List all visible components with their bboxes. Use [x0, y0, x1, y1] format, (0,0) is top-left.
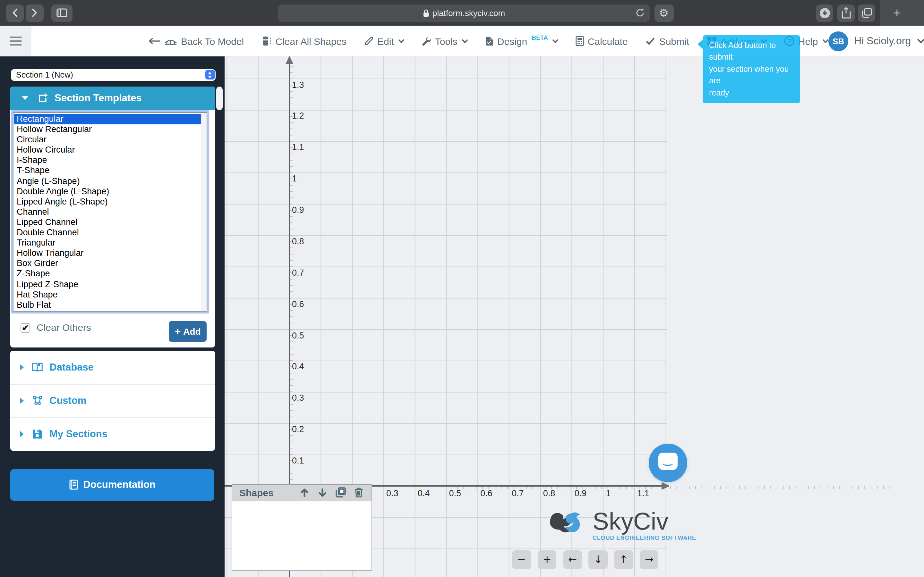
- duplicate-shape-button[interactable]: [335, 488, 346, 498]
- user-menu[interactable]: SB Hi Scioly.org: [829, 26, 923, 56]
- tools-menu[interactable]: Tools: [422, 35, 467, 47]
- sidebar-scrollbar-thumb[interactable]: [216, 87, 222, 110]
- caret-right-icon: [20, 364, 24, 370]
- url-field[interactable]: platform.skyciv.com: [278, 4, 650, 21]
- add-button[interactable]: + Add: [169, 321, 207, 342]
- template-option[interactable]: Bulb Flat: [14, 300, 201, 310]
- submit-button[interactable]: Submit: [646, 35, 689, 47]
- skyciv-watermark: SkyCiv CLOUD ENGINEERING SOFTWARE: [549, 508, 696, 544]
- template-option[interactable]: Lipped Angle (L-Shape): [14, 197, 201, 207]
- y-tick-label: 1.1: [292, 143, 304, 152]
- template-option[interactable]: Channel: [14, 207, 201, 218]
- template-option[interactable]: Circular: [14, 135, 201, 145]
- template-option[interactable]: Double Angle (L-Shape): [14, 186, 201, 197]
- x-tick-label: 0.3: [386, 488, 399, 498]
- pan-left-button[interactable]: ←: [563, 550, 582, 569]
- template-option[interactable]: Triangular: [14, 238, 201, 248]
- edit-menu[interactable]: Edit: [365, 35, 404, 47]
- template-option[interactable]: Z-Shape: [14, 269, 201, 279]
- listbox-scrollbar[interactable]: [202, 113, 207, 311]
- delete-shape-button[interactable]: [354, 488, 363, 498]
- chat-launcher-button[interactable]: [648, 444, 687, 482]
- hamburger-menu-button[interactable]: [0, 26, 31, 56]
- y-tick-label: 0.9: [292, 205, 304, 215]
- template-option[interactable]: Lipped Z-Shape: [14, 279, 201, 290]
- pan-right-button[interactable]: →: [640, 550, 659, 569]
- pan-up-button[interactable]: ↑: [614, 550, 633, 569]
- x-tick-label: 0.9: [575, 488, 587, 498]
- clear-all-shapes-button[interactable]: Clear All Shapes: [262, 35, 347, 47]
- browser-downloads-button[interactable]: [816, 4, 833, 21]
- zoom-out-button[interactable]: −: [512, 550, 531, 569]
- reload-icon[interactable]: [636, 7, 645, 19]
- template-option[interactable]: Hat Shape: [14, 290, 201, 300]
- tools-label: Tools: [435, 35, 457, 47]
- template-option[interactable]: T-Shape: [14, 166, 201, 176]
- chevron-right-icon: [31, 8, 37, 17]
- template-option[interactable]: Angle (L-Shape): [14, 176, 201, 186]
- section-templates-header[interactable]: Section Templates: [10, 87, 215, 110]
- download-icon: [819, 7, 830, 18]
- template-option[interactable]: Double Channel: [14, 227, 201, 238]
- wrench-icon: [422, 36, 431, 46]
- section-templates-label: Section Templates: [55, 93, 142, 104]
- chevron-down-icon: [462, 37, 468, 43]
- section-canvas[interactable]: 1.31.21.110.90.80.70.60.50.40.30.20.1 0.…: [224, 56, 924, 577]
- template-option[interactable]: Hollow Rectangular: [14, 124, 201, 135]
- template-option[interactable]: Box Girder: [14, 259, 201, 269]
- help-label: Help: [798, 35, 818, 47]
- skyciv-logo-icon: [549, 508, 591, 544]
- book-icon: [31, 362, 43, 372]
- y-tick-label: 0.1: [292, 456, 304, 466]
- browser-settings-button[interactable]: ⚙: [654, 4, 674, 21]
- design-menu[interactable]: DesignBETA: [485, 35, 557, 47]
- templates-listbox[interactable]: RectangularHollow RectangularCircularHol…: [11, 110, 209, 314]
- browser-sidebar-toggle[interactable]: [51, 4, 73, 21]
- template-option[interactable]: Rectangular: [14, 114, 201, 124]
- pan-down-button[interactable]: ↓: [589, 550, 607, 569]
- sidebar-item-my-sections[interactable]: My Sections: [10, 417, 215, 451]
- browser-share-button[interactable]: [837, 4, 855, 21]
- chevron-down-icon: [822, 37, 829, 43]
- y-tick-label: 1.3: [292, 80, 304, 89]
- pencil-icon: [365, 37, 373, 45]
- browser-chrome: platform.skyciv.com ⚙ +: [0, 0, 924, 26]
- caret-right-icon: [20, 398, 24, 404]
- section-select[interactable]: Section 1 (New): [11, 69, 216, 81]
- zoom-in-button[interactable]: +: [538, 550, 557, 569]
- x-tick-label: 1.1: [637, 488, 649, 498]
- chevron-down-icon: [552, 37, 559, 43]
- documentation-label: Documentation: [83, 479, 156, 490]
- template-option[interactable]: Lipped Channel: [14, 218, 201, 227]
- template-option[interactable]: Hollow Triangular: [14, 248, 201, 258]
- section-sources-panel: Database Custom My Sections: [10, 350, 215, 451]
- tooltip-line: ready: [709, 87, 794, 99]
- browser-back-button[interactable]: [6, 4, 24, 21]
- watermark-tagline: CLOUD ENGINEERING SOFTWARE: [593, 535, 696, 541]
- sidebar-item-custom[interactable]: Custom: [10, 384, 215, 417]
- move-shape-down-button[interactable]: [317, 488, 327, 498]
- documentation-icon: [69, 480, 78, 490]
- watermark-brand: SkyCiv: [593, 508, 696, 534]
- clear-others-checkbox[interactable]: ✔: [21, 323, 30, 333]
- calculate-button[interactable]: Calculate: [575, 35, 628, 47]
- x-tick-label: 0.8: [543, 488, 556, 498]
- template-option[interactable]: Hollow Circular: [14, 145, 201, 155]
- browser-tabs-button[interactable]: [858, 4, 875, 21]
- back-to-model-button[interactable]: Back To Model: [148, 35, 244, 47]
- browser-forward-button[interactable]: [25, 4, 43, 21]
- url-text: platform.skyciv.com: [433, 8, 505, 18]
- x-tick-label: 1: [606, 488, 611, 498]
- template-option[interactable]: I-Shape: [14, 155, 201, 166]
- sidebar-item-database[interactable]: Database: [10, 350, 215, 384]
- move-shape-up-button[interactable]: [299, 488, 309, 498]
- documentation-button[interactable]: Documentation: [10, 469, 214, 500]
- shapes-panel[interactable]: Shapes: [232, 484, 372, 570]
- y-tick-label: 1.2: [292, 111, 304, 121]
- browser-new-tab-button[interactable]: +: [880, 0, 924, 26]
- vector-shape-icon: [31, 395, 43, 406]
- x-tick-label: 0.4: [418, 488, 430, 498]
- y-axis-arrow-icon: [285, 56, 293, 64]
- shapes-panel-header[interactable]: Shapes: [232, 485, 371, 501]
- arrow-up-icon: [299, 488, 309, 498]
